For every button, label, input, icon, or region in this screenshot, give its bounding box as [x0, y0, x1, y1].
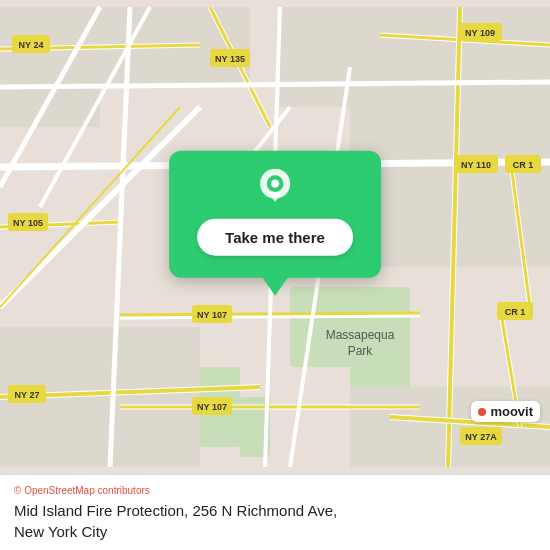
- svg-text:NY 24: NY 24: [19, 40, 44, 50]
- map-container: NY 24 NY 135 NY 109 NY 110 NY 105 NY 107…: [0, 0, 550, 474]
- moovit-logo: moovit: [471, 401, 540, 422]
- svg-text:NY 107: NY 107: [197, 310, 227, 320]
- moovit-logo-text: moovit: [490, 404, 533, 419]
- svg-text:NY 135: NY 135: [215, 54, 245, 64]
- popup-tail: [261, 276, 289, 296]
- svg-text:Massapequa: Massapequa: [326, 328, 395, 342]
- location-line2: New York City: [14, 523, 107, 540]
- svg-text:NY 110: NY 110: [461, 160, 491, 170]
- svg-text:NY 107: NY 107: [197, 402, 227, 412]
- footer: © OpenStreetMap contributors Mid Island …: [0, 474, 550, 550]
- svg-text:NY 109: NY 109: [465, 28, 495, 38]
- location-line1: Mid Island Fire Protection, 256 N Richmo…: [14, 502, 337, 519]
- location-pin-icon: [255, 169, 295, 209]
- svg-point-69: [271, 179, 279, 187]
- svg-text:Park: Park: [348, 344, 374, 358]
- attribution-text: © OpenStreetMap contributors: [14, 485, 536, 496]
- svg-text:NY 27A: NY 27A: [465, 432, 497, 442]
- take-me-there-button[interactable]: Take me there: [197, 219, 353, 256]
- popup-card: Take me there: [169, 151, 381, 278]
- svg-rect-7: [280, 7, 550, 107]
- svg-text:CR 1: CR 1: [513, 160, 534, 170]
- location-name: Mid Island Fire Protection, 256 N Richmo…: [14, 500, 536, 542]
- app: NY 24 NY 135 NY 109 NY 110 NY 105 NY 107…: [0, 0, 550, 550]
- svg-text:NY 105: NY 105: [13, 218, 43, 228]
- svg-rect-5: [0, 7, 100, 127]
- svg-text:CR 1: CR 1: [505, 307, 526, 317]
- moovit-dot: [478, 408, 486, 416]
- svg-text:NY 27: NY 27: [15, 390, 40, 400]
